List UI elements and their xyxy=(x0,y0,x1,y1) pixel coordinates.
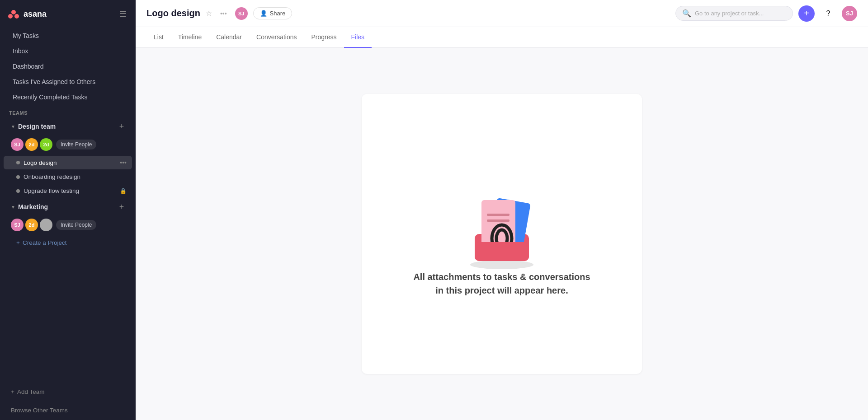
sidebar-item-my-tasks[interactable]: My Tasks xyxy=(4,28,132,43)
marketing-team-add-button[interactable]: + xyxy=(117,202,127,212)
tab-progress[interactable]: Progress xyxy=(304,27,344,48)
files-illustration xyxy=(461,171,542,270)
marketing-team-members: SJ 2d Invite People xyxy=(4,216,132,236)
project-user-avatar: SJ xyxy=(235,7,248,20)
my-tasks-label: My Tasks xyxy=(13,32,39,39)
design-team-members: SJ 2d 2d Invite People xyxy=(4,135,132,155)
user-avatar-button[interactable]: SJ xyxy=(842,6,857,21)
create-project-link[interactable]: + Create a Project xyxy=(4,236,132,249)
files-empty-card: All attachments to tasks & conversations… xyxy=(362,94,642,374)
browse-other-teams-link[interactable]: Browse Other Teams xyxy=(4,402,132,418)
avatar-marketing-sj: SJ xyxy=(11,219,24,231)
svg-point-1 xyxy=(8,14,13,19)
star-button[interactable]: ☆ xyxy=(206,9,212,18)
upgrade-flow-dot xyxy=(16,189,20,193)
tab-list[interactable]: List xyxy=(146,27,171,48)
topbar-left: Logo design ☆ ••• SJ 👤 Share xyxy=(146,7,292,20)
sidebar-collapse-button[interactable]: ☰ xyxy=(118,7,128,21)
share-button[interactable]: 👤 Share xyxy=(253,7,292,19)
design-team-chevron: ▼ xyxy=(11,124,15,129)
add-team-button[interactable]: + Add Team xyxy=(4,385,132,399)
add-team-label: Add Team xyxy=(17,388,45,395)
files-empty-message: All attachments to tasks & conversations… xyxy=(411,270,592,297)
files-content-area: All attachments to tasks & conversations… xyxy=(136,48,868,420)
share-icon: 👤 xyxy=(260,10,267,17)
inbox-label: Inbox xyxy=(13,47,28,55)
logo-design-more-icon[interactable]: ••• xyxy=(120,159,127,166)
sidebar: asana ☰ My Tasks Inbox Dashboard Tasks I… xyxy=(0,0,136,420)
svg-point-0 xyxy=(11,10,16,14)
dashboard-label: Dashboard xyxy=(13,63,44,70)
svg-point-3 xyxy=(470,260,533,269)
browse-teams-label: Browse Other Teams xyxy=(11,407,68,414)
sidebar-header: asana ☰ xyxy=(0,0,136,28)
project-tabs: List Timeline Calendar Conversations Pro… xyxy=(136,27,868,48)
sidebar-item-inbox[interactable]: Inbox xyxy=(4,44,132,58)
onboarding-redesign-dot xyxy=(16,175,20,179)
svg-rect-11 xyxy=(475,242,529,261)
search-bar[interactable]: 🔍 Go to any project or task... xyxy=(675,6,793,21)
search-placeholder: Go to any project or task... xyxy=(695,10,764,17)
lock-icon: 🔒 xyxy=(120,188,127,194)
search-icon: 🔍 xyxy=(682,9,691,18)
project-title: Logo design xyxy=(146,8,200,19)
marketing-team-chevron: ▼ xyxy=(11,205,15,210)
design-team-add-button[interactable]: + xyxy=(117,121,127,131)
onboarding-redesign-name: Onboarding redesign xyxy=(24,173,127,180)
design-team-label: Design team xyxy=(18,123,56,130)
topbar-right: 🔍 Go to any project or task... + ? SJ xyxy=(675,5,857,22)
sidebar-item-completed-tasks[interactable]: Recently Completed Tasks xyxy=(4,90,132,104)
svg-point-2 xyxy=(14,14,19,19)
project-item-logo-design[interactable]: Logo design ••• xyxy=(4,156,132,169)
logo-design-dot xyxy=(16,161,20,164)
create-task-button[interactable]: + xyxy=(798,5,815,22)
tab-files[interactable]: Files xyxy=(344,27,372,48)
asana-logo-icon xyxy=(7,8,20,20)
tab-conversations[interactable]: Conversations xyxy=(249,27,304,48)
sidebar-item-dashboard[interactable]: Dashboard xyxy=(4,59,132,74)
topbar: Logo design ☆ ••• SJ 👤 Share 🔍 Go to any… xyxy=(136,0,868,27)
avatar-sj: SJ xyxy=(11,138,24,151)
avatar-2d2: 2d xyxy=(40,138,52,151)
app-name: asana xyxy=(24,9,47,19)
avatar-marketing-anon xyxy=(40,219,52,231)
sidebar-item-tasks-assigned[interactable]: Tasks I've Assigned to Others xyxy=(4,75,132,89)
svg-rect-7 xyxy=(487,214,509,216)
tab-calendar[interactable]: Calendar xyxy=(209,27,249,48)
logo-design-name: Logo design xyxy=(24,159,116,166)
project-item-upgrade-flow[interactable]: Upgrade flow testing 🔒 xyxy=(4,184,132,197)
teams-section-label: Teams xyxy=(0,105,136,117)
marketing-team-label: Marketing xyxy=(18,203,48,210)
svg-rect-8 xyxy=(487,219,509,222)
add-team-plus-icon: + xyxy=(11,388,14,395)
upgrade-flow-name: Upgrade flow testing xyxy=(24,187,116,194)
topbar-more-button[interactable]: ••• xyxy=(217,8,230,19)
design-team-header[interactable]: ▼ Design team + xyxy=(4,118,132,135)
create-project-label: Create a Project xyxy=(23,239,67,246)
marketing-team-invite-button[interactable]: Invite People xyxy=(56,220,96,230)
design-team-invite-button[interactable]: Invite People xyxy=(56,140,96,149)
tasks-assigned-label: Tasks I've Assigned to Others xyxy=(13,78,95,85)
marketing-team-header[interactable]: ▼ Marketing + xyxy=(4,198,132,215)
create-project-plus-icon: + xyxy=(16,239,20,246)
tab-timeline[interactable]: Timeline xyxy=(171,27,209,48)
avatar-marketing-2d: 2d xyxy=(25,219,38,231)
help-button[interactable]: ? xyxy=(820,5,836,22)
main-content: Logo design ☆ ••• SJ 👤 Share 🔍 Go to any… xyxy=(136,0,868,420)
logo-area: asana xyxy=(7,8,47,20)
project-item-onboarding-redesign[interactable]: Onboarding redesign xyxy=(4,170,132,183)
avatar-2d1: 2d xyxy=(25,138,38,151)
share-label: Share xyxy=(270,10,286,17)
completed-tasks-label: Recently Completed Tasks xyxy=(13,93,87,101)
